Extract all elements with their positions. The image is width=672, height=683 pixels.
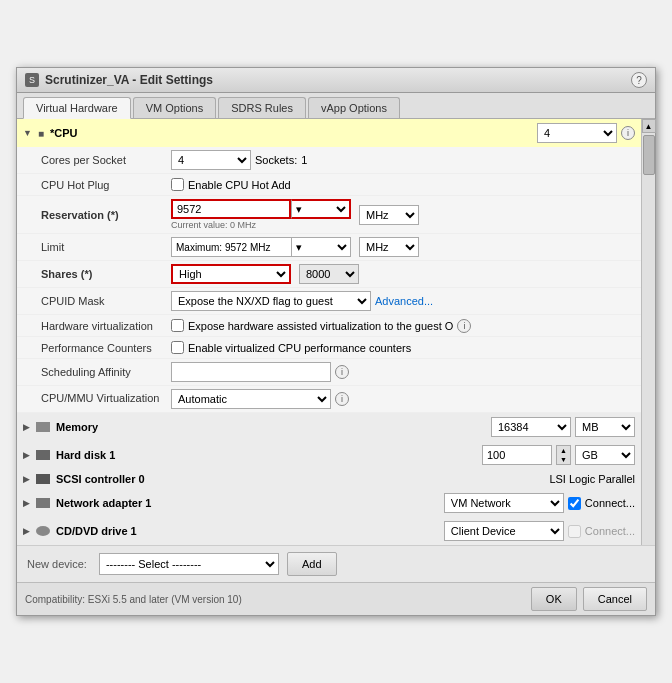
memory-unit-select[interactable]: MB xyxy=(575,417,635,437)
dialog: S Scrutinizer_VA - Edit Settings ? Virtu… xyxy=(16,67,656,616)
add-button[interactable]: Add xyxy=(287,552,337,576)
hard-disk-down-btn[interactable]: ▼ xyxy=(556,455,570,464)
perf-counters-content: Enable virtualized CPU performance count… xyxy=(171,341,635,354)
shares-select[interactable]: High Low Normal Custom xyxy=(171,264,291,284)
tab-sdrs-rules[interactable]: SDRS Rules xyxy=(218,97,306,118)
cpu-hot-add-checkbox[interactable] xyxy=(171,178,184,191)
memory-section-label: Memory xyxy=(56,421,98,433)
cpu-section-header[interactable]: ▼ ■ *CPU 4 i xyxy=(17,119,641,147)
cpuid-advanced-link[interactable]: Advanced... xyxy=(375,295,433,307)
ok-button[interactable]: OK xyxy=(531,587,577,611)
hard-disk-unit-select[interactable]: GB xyxy=(575,445,635,465)
memory-section-header[interactable]: ▶ Memory 16384 MB xyxy=(17,413,641,441)
reservation-content: ▾ Current value: 0 MHz MHz xyxy=(171,199,635,230)
cpu-hot-plug-checkbox-row: Enable CPU Hot Add xyxy=(171,178,291,191)
cpu-mmu-label: CPU/MMU Virtualization xyxy=(41,392,171,405)
reservation-input-row: ▾ xyxy=(171,199,351,219)
scsi-value: LSI Logic Parallel xyxy=(549,473,635,485)
cores-per-socket-row: Cores per Socket 4 Sockets: 1 xyxy=(17,147,641,174)
limit-content: ▾ MHz xyxy=(171,237,635,257)
status-and-buttons: Compatibility: ESXi 5.5 and later (VM ve… xyxy=(17,582,655,615)
perf-counters-row: Performance Counters Enable virtualized … xyxy=(17,337,641,359)
cores-per-socket-label: Cores per Socket xyxy=(41,154,171,166)
limit-input[interactable] xyxy=(171,237,291,257)
hw-virt-info-icon[interactable]: i xyxy=(457,319,471,333)
help-button[interactable]: ? xyxy=(631,72,647,88)
new-device-select[interactable]: -------- Select -------- xyxy=(99,553,279,575)
limit-input-row: ▾ xyxy=(171,237,351,257)
scsi-section-header[interactable]: ▶ SCSI controller 0 LSI Logic Parallel xyxy=(17,469,641,489)
scheduling-affinity-input[interactable] xyxy=(171,362,331,382)
reservation-dropdown[interactable]: ▾ xyxy=(291,199,351,219)
cancel-button[interactable]: Cancel xyxy=(583,587,647,611)
scheduling-affinity-content: i xyxy=(171,362,635,382)
scroll-thumb[interactable] xyxy=(643,135,655,175)
shares-content: High Low Normal Custom 8000 xyxy=(171,264,635,284)
scheduling-affinity-info-icon[interactable]: i xyxy=(335,365,349,379)
scsi-icon xyxy=(36,474,50,484)
cdrom-expand-icon: ▶ xyxy=(23,526,30,536)
hard-disk-expand-icon: ▶ xyxy=(23,450,30,460)
perf-counters-checkbox-row: Enable virtualized CPU performance count… xyxy=(171,341,411,354)
network-section-label: Network adapter 1 xyxy=(56,497,151,509)
hard-disk-input[interactable] xyxy=(482,445,552,465)
tab-virtual-hardware[interactable]: Virtual Hardware xyxy=(23,97,131,119)
hw-virt-checkbox[interactable] xyxy=(171,319,184,332)
limit-row: Limit ▾ MHz xyxy=(17,234,641,261)
network-section-header[interactable]: ▶ Network adapter 1 VM Network Connect..… xyxy=(17,489,641,517)
cpu-mmu-select[interactable]: Automatic xyxy=(171,389,331,409)
shares-number-select[interactable]: 8000 xyxy=(299,264,359,284)
new-device-label: New device: xyxy=(27,558,87,570)
hard-disk-section-value: ▲ ▼ GB xyxy=(482,445,635,465)
scsi-section-value: LSI Logic Parallel xyxy=(549,473,635,485)
network-value-select[interactable]: VM Network xyxy=(444,493,564,513)
reservation-row: Reservation (*) ▾ Current value: 0 MHz M… xyxy=(17,196,641,234)
limit-dropdown[interactable]: ▾ xyxy=(291,237,351,257)
network-connect-label: Connect... xyxy=(585,497,635,509)
cpuid-mask-label: CPUID Mask xyxy=(41,295,171,307)
hard-disk-icon xyxy=(36,450,50,460)
network-expand-icon: ▶ xyxy=(23,498,30,508)
scheduling-affinity-row: Scheduling Affinity i xyxy=(17,359,641,386)
reservation-input[interactable] xyxy=(171,199,291,219)
network-section-value: VM Network Connect... xyxy=(444,493,635,513)
hw-virt-checkbox-label: Expose hardware assisted virtualization … xyxy=(188,320,453,332)
shares-select-wrapper: High Low Normal Custom xyxy=(171,264,291,284)
cpu-mmu-content: Automatic i xyxy=(171,389,635,409)
perf-counters-checkbox[interactable] xyxy=(171,341,184,354)
scroll-bar: ▲ xyxy=(641,119,655,545)
hard-disk-section-label: Hard disk 1 xyxy=(56,449,115,461)
cdrom-connect-checkbox[interactable] xyxy=(568,525,581,538)
cpu-mmu-row: CPU/MMU Virtualization Automatic i xyxy=(17,386,641,413)
hw-virt-row: Hardware virtualization Expose hardware … xyxy=(17,315,641,337)
limit-label: Limit xyxy=(41,241,171,253)
tab-vapp-options[interactable]: vApp Options xyxy=(308,97,400,118)
scroll-up-btn[interactable]: ▲ xyxy=(642,119,656,133)
cdrom-section-header[interactable]: ▶ CD/DVD drive 1 Client Device Connect..… xyxy=(17,517,641,545)
cdrom-value-select[interactable]: Client Device xyxy=(444,521,564,541)
cpuid-mask-select[interactable]: Expose the NX/XD flag to guest xyxy=(171,291,371,311)
hard-disk-up-btn[interactable]: ▲ xyxy=(556,446,570,455)
cores-per-socket-content: 4 Sockets: 1 xyxy=(171,150,635,170)
reservation-unit-select[interactable]: MHz xyxy=(359,205,419,225)
cdrom-section-label: CD/DVD drive 1 xyxy=(56,525,137,537)
cpu-hot-plug-row: CPU Hot Plug Enable CPU Hot Add xyxy=(17,174,641,196)
cores-per-socket-select[interactable]: 4 xyxy=(171,150,251,170)
title-bar-left: S Scrutinizer_VA - Edit Settings xyxy=(25,73,213,87)
cpu-info-icon[interactable]: i xyxy=(621,126,635,140)
window-title: Scrutinizer_VA - Edit Settings xyxy=(45,73,213,87)
cpu-count-select[interactable]: 4 xyxy=(537,123,617,143)
hard-disk-section-header[interactable]: ▶ Hard disk 1 ▲ ▼ GB xyxy=(17,441,641,469)
sockets-label: Sockets: xyxy=(255,154,297,166)
cdrom-connect-label: Connect... xyxy=(585,525,635,537)
content-area: ▼ ■ *CPU 4 i Cores per Socket 4 Sockets xyxy=(17,119,655,545)
network-connect-checkbox[interactable] xyxy=(568,497,581,510)
memory-value-select[interactable]: 16384 xyxy=(491,417,571,437)
cpu-expand-icon: ▼ xyxy=(23,128,32,138)
shares-row: Shares (*) High Low Normal Custom 8000 xyxy=(17,261,641,288)
tab-vm-options[interactable]: VM Options xyxy=(133,97,216,118)
app-icon: S xyxy=(25,73,39,87)
limit-unit-select[interactable]: MHz xyxy=(359,237,419,257)
scsi-expand-icon: ▶ xyxy=(23,474,30,484)
cpu-mmu-info-icon[interactable]: i xyxy=(335,392,349,406)
